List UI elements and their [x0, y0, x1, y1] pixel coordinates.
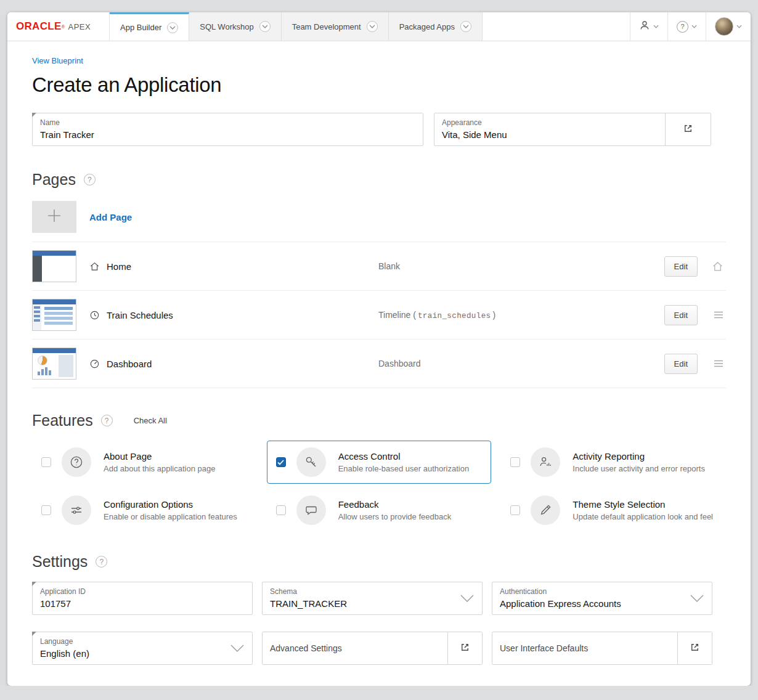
- page-type-prefix: Timeline (: [378, 310, 416, 320]
- help-icon: ?: [677, 21, 688, 33]
- chevron-down-icon[interactable]: [167, 22, 178, 33]
- feature-title: About Page: [104, 451, 215, 462]
- feature-card-configuration-options[interactable]: Configuration Options Enable or disable …: [32, 489, 257, 532]
- appearance-dialog-button[interactable]: [665, 113, 711, 145]
- bar-chart-thumb: [38, 367, 56, 375]
- tab-packaged-apps[interactable]: Packaged Apps: [389, 12, 483, 41]
- advanced-settings-dialog-button[interactable]: [447, 632, 482, 664]
- features-grid: About Page Add about this application pa…: [32, 441, 726, 532]
- tab-app-builder[interactable]: App Builder: [110, 12, 189, 41]
- page-title: Create an Application: [32, 73, 726, 97]
- chevron-down-icon[interactable]: [367, 21, 378, 32]
- chevron-down-icon: [691, 25, 697, 28]
- application-id-label: Application ID: [40, 587, 245, 596]
- drag-handle-icon[interactable]: [698, 360, 726, 367]
- feedback-checkbox[interactable]: [276, 505, 286, 515]
- application-id-value: 101757: [40, 598, 245, 609]
- chevron-down-icon: [460, 595, 474, 602]
- ui-defaults-dialog-button[interactable]: [677, 632, 712, 664]
- chevron-down-icon[interactable]: [259, 21, 271, 32]
- pages-help-icon[interactable]: [84, 174, 96, 185]
- appearance-value-area[interactable]: Appearance Vita, Side Menu: [434, 113, 665, 145]
- view-blueprint-link[interactable]: View Blueprint: [32, 56, 83, 65]
- page-row-train-schedules[interactable]: Train Schedules Timeline (train_schedule…: [32, 290, 726, 339]
- feature-title: Activity Reporting: [573, 451, 705, 462]
- authentication-select[interactable]: Authentication Application Express Accou…: [492, 582, 712, 615]
- edit-page-button[interactable]: Edit: [664, 305, 698, 325]
- application-name-field[interactable]: Name: [32, 113, 423, 146]
- feature-card-about-page[interactable]: About Page Add about this application pa…: [32, 441, 257, 484]
- add-page-thumbnail[interactable]: [32, 201, 76, 233]
- activity-reporting-checkbox[interactable]: [510, 457, 520, 467]
- application-id-field[interactable]: Application ID 101757: [32, 582, 253, 615]
- create-application-wizard: View Blueprint Create an Application Nam…: [7, 41, 751, 686]
- add-page-label: Add Page: [89, 212, 132, 222]
- help-menu-button[interactable]: ?: [667, 12, 706, 41]
- pie-chart-thumb: [38, 356, 47, 365]
- user-profile-menu[interactable]: [706, 12, 751, 41]
- oracle-wordmark: ORACLE: [16, 20, 62, 33]
- speech-bubble-icon: [296, 495, 326, 525]
- tab-team-development[interactable]: Team Development: [282, 12, 389, 41]
- application-name-input[interactable]: [40, 129, 415, 140]
- account-menu-button[interactable]: [630, 12, 667, 41]
- feature-desc: Allow users to provide feedback: [338, 512, 452, 521]
- feature-card-activity-reporting[interactable]: Activity Reporting Include user activity…: [501, 441, 726, 484]
- page-row-dashboard[interactable]: Dashboard Dashboard Edit: [32, 339, 726, 388]
- edit-page-button[interactable]: Edit: [664, 354, 698, 374]
- feature-card-feedback[interactable]: Feedback Allow users to provide feedback: [267, 489, 492, 532]
- feature-text: Activity Reporting Include user activity…: [573, 451, 705, 473]
- settings-heading-text: Settings: [32, 553, 88, 571]
- features-help-icon[interactable]: [101, 415, 113, 426]
- apex-wordmark: APEX: [68, 22, 91, 31]
- tab-label: Packaged Apps: [399, 22, 455, 31]
- tab-sql-workshop[interactable]: SQL Workshop: [189, 12, 281, 41]
- feature-text: Theme Style Selection Update default app…: [573, 499, 713, 521]
- page-type-suffix: ): [492, 310, 495, 320]
- home-icon: [89, 261, 100, 272]
- appearance-field[interactable]: Appearance Vita, Side Menu: [434, 113, 711, 146]
- drag-handle-icon[interactable]: [698, 311, 726, 319]
- page-name-cell: Train Schedules: [89, 310, 378, 320]
- chevron-down-icon: [690, 595, 704, 602]
- page-thumbnail-dashboard: [32, 348, 76, 380]
- schema-select[interactable]: Schema TRAIN_TRACKER: [262, 582, 483, 615]
- feature-card-access-control[interactable]: Access Control Enable role-based user au…: [267, 441, 492, 484]
- open-dialog-icon: [460, 642, 470, 655]
- page-type: Timeline (train_schedules): [378, 310, 664, 320]
- page-name: Dashboard: [107, 359, 152, 369]
- theme-style-checkbox[interactable]: [510, 505, 520, 515]
- page-thumbnail-home: [32, 250, 76, 282]
- page-row-home[interactable]: Home Blank Edit: [32, 242, 726, 290]
- about-page-checkbox[interactable]: [41, 457, 51, 467]
- page-thumbnail-train-schedules: [32, 299, 76, 331]
- add-page-button[interactable]: Add Page: [32, 201, 726, 233]
- advanced-settings-label: Advanced Settings: [263, 632, 447, 664]
- oracle-apex-logo[interactable]: ORACLE® APEX: [7, 12, 110, 41]
- feature-text: About Page Add about this application pa…: [104, 451, 215, 473]
- advanced-settings-button[interactable]: Advanced Settings: [262, 632, 483, 665]
- configuration-options-checkbox[interactable]: [41, 505, 51, 515]
- page-name: Train Schedules: [107, 310, 173, 320]
- key-icon: [296, 447, 326, 477]
- feature-title: Configuration Options: [104, 499, 237, 510]
- page-type: Blank: [378, 261, 664, 271]
- settings-help-icon[interactable]: [96, 556, 107, 568]
- access-control-checkbox[interactable]: [276, 457, 286, 467]
- history-clock-icon: [89, 310, 100, 320]
- features-section-heading: Features Check All: [32, 412, 726, 429]
- feature-title: Access Control: [338, 451, 469, 462]
- chevron-down-icon[interactable]: [460, 21, 471, 32]
- user-activity-icon: [531, 447, 560, 477]
- ui-defaults-label: User Interface Defaults: [492, 632, 677, 664]
- feature-desc: Include user activity and error reports: [573, 464, 705, 473]
- language-select[interactable]: Language English (en): [32, 632, 253, 665]
- chevron-down-icon: [653, 25, 659, 28]
- user-interface-defaults-button[interactable]: User Interface Defaults: [492, 632, 712, 665]
- check-all-link[interactable]: Check All: [134, 416, 167, 425]
- tab-label: Team Development: [292, 22, 361, 31]
- feature-card-theme-style-selection[interactable]: Theme Style Selection Update default app…: [501, 489, 726, 532]
- topbar-spacer: [483, 12, 630, 41]
- edit-page-button[interactable]: Edit: [664, 256, 698, 277]
- tab-label: SQL Workshop: [200, 22, 253, 31]
